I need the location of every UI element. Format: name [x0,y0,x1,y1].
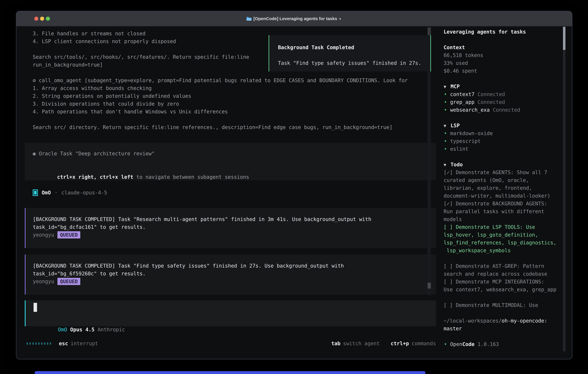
tab-key-hint: tab [331,341,340,346]
todo-item-line: [✓] Demonstrate BACKGROUND AGENTS: [444,200,562,208]
log-line: 1. Array access without bounds checking [16,84,436,92]
todo-item-line-active: lsp_workspace_symbols [444,247,562,254]
log-line: 2. String operations on potentially unde… [16,92,436,100]
close-button[interactable] [34,17,38,21]
bullet-icon: • [444,98,450,106]
log-line: Search src/ directory. Return specific f… [16,123,436,131]
todo-item-line: Run parallel tasks with different [444,208,562,215]
bullet-icon: • [444,129,450,137]
task-message-line: task_id="bg_dcfac161" to get results. [33,223,436,231]
hint-text: to navigate between subagent sessions [133,174,249,180]
agent-header: OmO · claude-opus-4-5 [33,189,107,197]
context-spent: $0.46 spent [444,67,562,75]
todo-item-line: librarian, explore, frontend, [444,184,562,192]
background-window-edge [35,371,425,374]
maximize-button[interactable] [46,17,50,21]
todo-item-line: Use context7, websearch_exa, grep_app [444,286,562,293]
chevron-down-icon: ▼ [444,122,451,130]
todo-item-line: models [444,215,562,223]
status-bar: esc interrupt tab switch agent ctrl+p co… [27,340,436,347]
window-title: [OpenCode] Leveraging agents for tasks ◐ [247,16,342,21]
workspace-path: ~/local-workspaces/oh-my-opencode: [444,317,562,325]
todo-item-line-active: [ ] Demonstrate LSP TOOLS: Use [444,223,562,231]
background-task-card: [BACKGROUND TASK COMPLETED] Task "Find t… [25,255,436,295]
hint-keys: ctrl+x right, ctrl+x left [57,174,133,180]
chevron-down-icon: ▼ [444,83,451,91]
main-scrollbar-thumb[interactable] [428,28,431,35]
minimize-button[interactable] [40,17,44,21]
bullet-icon: • [444,340,450,348]
busy-indicator-icon: ◐ [339,16,342,21]
status-badge: QUEUED [57,231,80,239]
lsp-item: •markdown-oxide [444,129,562,137]
bullet-icon: • [444,106,450,114]
todo-item-line-active: lsp_find_references, lsp_diagnostics, [444,239,562,247]
toast-body: Task "Find type safety issues" finished … [278,59,430,67]
esc-key-hint: esc [59,341,68,346]
background-task-toast: Background Task Completed Task "Find typ… [269,35,431,72]
version-line: •OpenCode 1.0.163 [444,340,562,348]
todo-item-line: [ ] Demonstrate MULTIMODAL: Use [444,301,562,309]
log-line: 3. Division operations that could divide… [16,100,436,108]
title-text: [OpenCode] Leveraging agents for tasks [253,16,337,21]
todo-item-line: [ ] Demonstrate MCP INTEGRATIONS: [444,278,562,286]
status-badge: QUEUED [57,278,80,285]
folder-icon [247,17,252,21]
input-provider: Anthropic [98,327,125,332]
bullet-icon: • [444,137,450,145]
context-heading: Context [444,43,562,51]
background-task-card: [BACKGROUND TASK COMPLETED] Task "Resear… [25,208,436,248]
tool-call-line: ⚙ call_omo_agent [subagent_type=explore,… [16,76,436,84]
lsp-item: •typescript [444,137,562,145]
sidebar: Leveraging agents for tasks Context 66,5… [444,28,562,348]
task-author: yeongyu [33,279,54,284]
main-scrollbar-thumb[interactable] [428,283,431,289]
title-bar[interactable]: [OpenCode] Leveraging agents for tasks ◐ [16,11,572,26]
todo-item-line: document-writer, multimodal-looker) [444,192,562,200]
session-title: Leveraging agents for tasks [444,28,562,36]
bullet-icon: • [444,90,450,98]
oracle-task-line: ◉ Oracle Task "Deep architecture review" [33,150,436,157]
sidebar-scrollbar-thumb[interactable] [563,27,566,50]
oracle-task-panel: ◉ Oracle Task "Deep architecture review"… [25,143,436,180]
ctrlp-key-label: commands [411,341,436,346]
task-author: yeongyu [33,232,54,238]
lsp-item: •eslint [444,145,562,153]
agent-model: claude-opus-4-5 [61,190,107,196]
tab-key-label: switch agent [343,341,380,346]
mcp-section-header[interactable]: ▼MCP [444,83,562,90]
subagent-nav-hint: ctrl+x right, ctrl+x left to navigate be… [33,165,436,173]
context-tokens: 66,518 tokens [444,51,562,59]
todo-item-line: [✓] Demonstrate AGENTS: Show all 7 [444,168,562,176]
mcp-item: •grep_app Connected [444,98,562,106]
ctrlp-key-hint: ctrl+p [391,341,409,346]
todo-item-line: [ ] Demonstrate AST-GREP: Pattern [444,262,562,270]
agent-icon [33,189,38,196]
separator-dot: · [54,190,58,196]
input-model: Opus 4.5 [67,327,98,332]
spinner-icon [27,343,51,345]
esc-key-label: interrupt [71,341,98,346]
todo-item-line: curated agents (OmO, oracle, [444,176,562,184]
lsp-section-header[interactable]: ▼LSP [444,122,562,129]
terminal-content: 3. File handles or streams not closed 4.… [16,26,572,359]
task-message-line: task_id="bg_6f59260c" to get results. [33,270,436,278]
context-used: 33% used [444,59,562,67]
log-line: 4. Path operations that don't handle Win… [16,108,436,115]
todo-section-header[interactable]: ▼Todo [444,161,562,168]
task-message-line: [BACKGROUND TASK COMPLETED] Task "Resear… [33,215,436,223]
chevron-down-icon: ▼ [444,161,451,169]
bullet-icon: • [444,145,450,153]
text-cursor [33,303,37,312]
workspace-branch: master [444,325,562,332]
prompt-input[interactable]: OmO Opus 4.5 Anthropic [25,300,436,326]
gear-icon: ⚙ [33,78,39,83]
agent-name: OmO [42,190,51,196]
input-meta: OmO Opus 4.5 Anthropic [33,318,125,326]
todo-item-line: search and replace across codebase [444,270,562,278]
todo-item-line-active: lsp_hover, lsp_goto_definition, [444,231,562,239]
input-agent-name: OmO [58,327,67,332]
task-message-line: [BACKGROUND TASK COMPLETED] Task "Find t… [33,262,436,270]
sidebar-scrollbar[interactable] [563,27,566,352]
mcp-item: •websearch_exa Connected [444,106,562,114]
